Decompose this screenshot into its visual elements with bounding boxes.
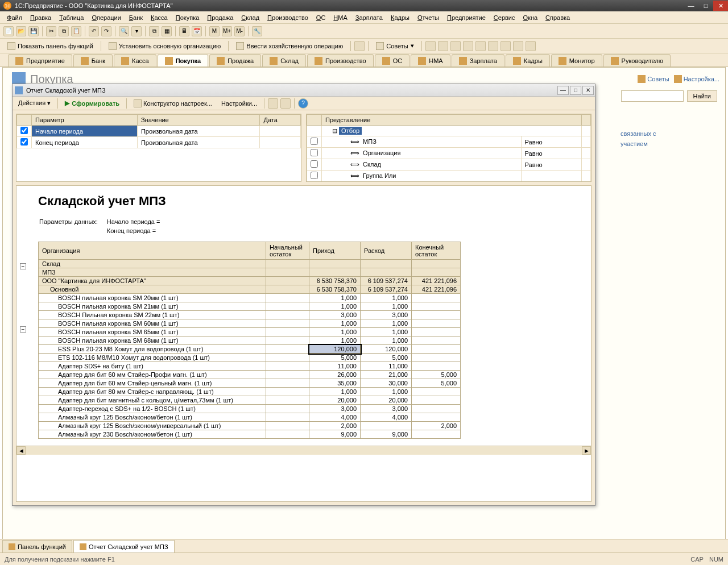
cell-out[interactable]: 3,000 — [361, 405, 412, 413]
redo-icon[interactable]: ↷ — [101, 26, 111, 36]
cell-end[interactable]: 5,000 — [412, 379, 461, 388]
cell-out[interactable]: 1,000 — [361, 328, 412, 336]
cell-end[interactable] — [412, 396, 461, 405]
cell-end[interactable]: 2,000 — [412, 422, 461, 430]
undo-icon[interactable]: ↶ — [89, 26, 99, 36]
icon[interactable] — [475, 41, 486, 51]
help-icon[interactable]: ? — [298, 98, 308, 109]
menu-item[interactable]: Зарплата — [352, 13, 386, 22]
tips-link[interactable]: Советы — [638, 75, 669, 83]
menu-item[interactable]: Файл — [3, 13, 26, 22]
menu-item[interactable]: Таблица — [56, 13, 87, 22]
copy-icon[interactable]: ⧉ — [59, 26, 69, 36]
cell-in[interactable]: 1,000 — [309, 294, 361, 302]
cell-end[interactable] — [412, 319, 461, 328]
form-button[interactable]: Сформировать — [61, 98, 123, 108]
row-name[interactable]: Адаптер для бит 60 мм Стайер-цельный маг… — [39, 379, 266, 388]
enter-op-button[interactable]: Ввести хозяйственную операцию — [232, 40, 347, 52]
cell-out[interactable]: 21,000 — [361, 371, 412, 379]
cell-end[interactable]: 421 221,096 — [412, 277, 461, 285]
cell-out[interactable]: 30,000 — [361, 379, 412, 388]
cell-start[interactable] — [266, 405, 309, 413]
row-name[interactable]: ООО "Картинка для ИНФОСТАРТА" — [39, 277, 266, 285]
cell-in[interactable]: 1,000 — [309, 328, 361, 336]
filter-checkbox[interactable] — [311, 138, 318, 145]
row-name[interactable]: Алмазный круг 125 Bosch/эконом/универсал… — [39, 422, 266, 430]
actions-menu[interactable]: Действия ▾ — [15, 98, 54, 108]
cell-out[interactable]: 20,000 — [361, 396, 412, 405]
cell-start[interactable] — [266, 319, 309, 328]
filter-name[interactable]: ⟺ Группа Или — [322, 171, 522, 182]
open-icon[interactable]: 📂 — [16, 26, 26, 36]
close-button[interactable]: ✕ — [713, 1, 728, 11]
cell-out[interactable] — [361, 422, 412, 430]
cell-start[interactable] — [266, 413, 309, 422]
report-minimize-button[interactable]: — — [557, 86, 569, 95]
param-date[interactable] — [260, 137, 301, 148]
report-maximize-button[interactable]: □ — [570, 86, 581, 95]
cell-start[interactable] — [266, 396, 309, 405]
settings-link[interactable]: Настройка... — [674, 75, 719, 83]
cell-end[interactable] — [412, 294, 461, 302]
param-name[interactable]: Начало периода — [32, 126, 138, 137]
row-name[interactable]: Основной — [39, 285, 266, 294]
settings-button[interactable]: Настройки... — [218, 99, 260, 108]
menu-item[interactable]: Склад — [238, 13, 263, 22]
cell-in[interactable]: 11,000 — [309, 362, 361, 371]
icon[interactable] — [463, 41, 473, 51]
icon[interactable] — [526, 41, 536, 51]
cell-start[interactable] — [266, 362, 309, 371]
icon[interactable] — [450, 41, 461, 51]
cell-in[interactable]: 6 530 758,370 — [309, 277, 361, 285]
row-name[interactable]: ESS Plus 20-23 M8 Хомут для водопровода … — [39, 345, 266, 354]
cell-in[interactable]: 9,000 — [309, 430, 361, 439]
icon[interactable] — [500, 41, 511, 51]
copy-icon[interactable]: ⧉ — [149, 26, 159, 36]
filter-checkbox[interactable] — [311, 160, 318, 168]
cell-out[interactable]: 6 109 537,274 — [361, 285, 412, 294]
menu-item[interactable]: Справка — [542, 13, 573, 22]
filter-name[interactable]: ⟺ Организация — [322, 148, 522, 159]
menu-item[interactable]: Продажа — [204, 13, 237, 22]
tab-panel-functions[interactable]: Панель функций — [2, 540, 72, 552]
cell-start[interactable] — [266, 311, 309, 319]
row-name[interactable]: Адаптер для бит 80 мм Стайер-с направляю… — [39, 388, 266, 396]
scroll-left-icon[interactable]: ◀ — [16, 446, 26, 455]
filter-cond[interactable]: Равно — [521, 148, 581, 159]
cell-in[interactable]: 2,000 — [309, 422, 361, 430]
cell-out[interactable]: 1,000 — [361, 388, 412, 396]
cell-start[interactable] — [266, 430, 309, 439]
save-icon[interactable]: 💾 — [28, 26, 39, 36]
row-name[interactable]: BOSCH пильная коронка SM 68мм (1 шт) — [39, 336, 266, 345]
cell-in[interactable]: 1,000 — [309, 388, 361, 396]
row-name[interactable]: BOSCH пильная коронка SM 60мм (1 шт) — [39, 319, 266, 328]
param-checkbox[interactable] — [20, 138, 28, 146]
icon[interactable] — [488, 41, 498, 51]
cell-out[interactable]: 1,000 — [361, 319, 412, 328]
wrench-icon[interactable]: 🔧 — [252, 26, 262, 36]
report-body[interactable]: − − Складской учет МПЗ Параметры данных:… — [16, 185, 592, 502]
icon[interactable] — [268, 98, 278, 109]
menu-item[interactable]: Правка — [27, 13, 55, 22]
cell-start[interactable] — [266, 294, 309, 302]
scroll-right-icon[interactable]: ▶ — [582, 446, 591, 455]
cell-in[interactable]: 26,000 — [309, 371, 361, 379]
m-plus-button[interactable]: M+ — [222, 26, 232, 36]
tab-Касса[interactable]: Касса — [114, 54, 156, 67]
tab-Руководителю[interactable]: Руководителю — [603, 54, 671, 67]
filter-checkbox[interactable] — [311, 149, 318, 156]
param-value[interactable]: Произвольная дата — [137, 126, 260, 137]
cell-start[interactable] — [266, 277, 309, 285]
tab-Банк[interactable]: Банк — [73, 54, 113, 67]
cut-icon[interactable]: ✂ — [46, 26, 56, 36]
new-icon[interactable]: 📄 — [3, 26, 14, 36]
set-org-button[interactable]: Установить основную организацию — [105, 40, 225, 52]
cell-out[interactable]: 5,000 — [361, 354, 412, 362]
menu-item[interactable]: Касса — [147, 13, 171, 22]
tab-Монитор[interactable]: Монитор — [551, 54, 602, 67]
menu-item[interactable]: Кадры — [387, 13, 413, 22]
cell-out[interactable]: 6 109 537,274 — [361, 277, 412, 285]
row-name[interactable]: ETS 102-116 M8/M10 Хомут для водопровода… — [39, 354, 266, 362]
collapse-icon[interactable]: − — [20, 263, 26, 269]
tab-Продажа[interactable]: Продажа — [209, 54, 261, 67]
